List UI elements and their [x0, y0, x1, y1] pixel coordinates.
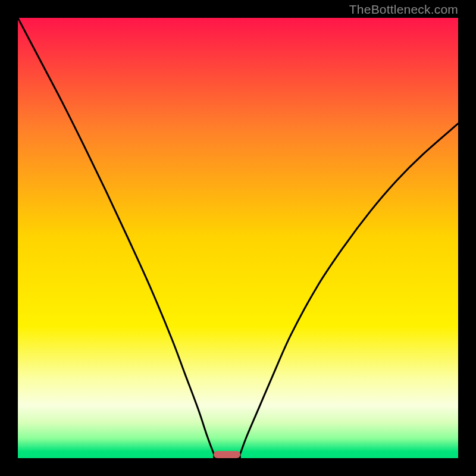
watermark-text: TheBottleneck.com [349, 2, 458, 17]
bottleneck-curve [18, 18, 458, 458]
bottleneck-marker [214, 451, 240, 458]
chart-frame: TheBottleneck.com [0, 0, 476, 476]
plot-area [18, 18, 458, 458]
